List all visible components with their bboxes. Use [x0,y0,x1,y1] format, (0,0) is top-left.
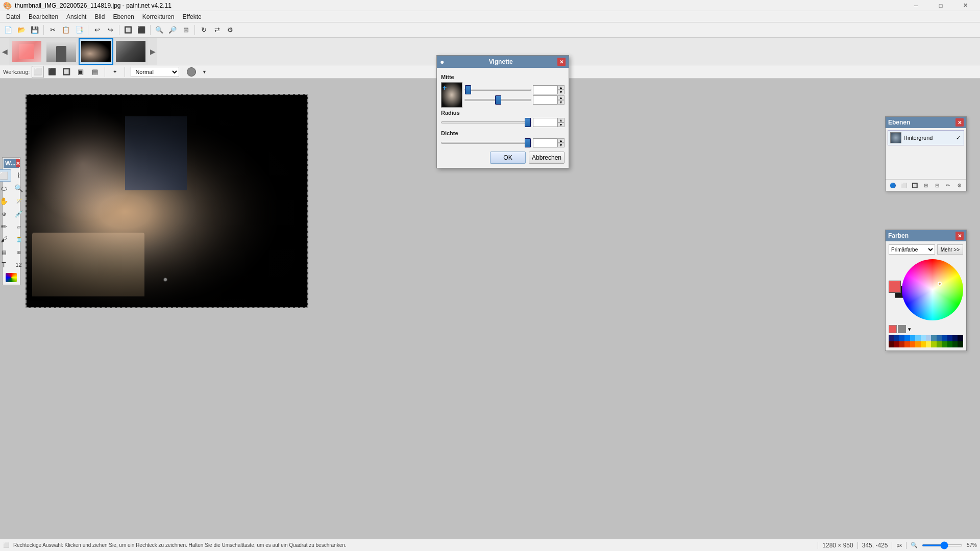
palette-cell[interactable] [894,335,899,341]
vignette-spin-dichte-up[interactable]: ▲ [557,138,565,143]
blend-mode-select[interactable]: Normal Multiplizieren Überblenden [131,67,179,77]
lasso-tool[interactable]: ⌇ [12,169,26,182]
palette-cell[interactable] [889,335,894,341]
vignette-input-radius[interactable]: 0,50 [533,118,557,127]
menu-ansicht[interactable]: Ansicht [62,12,90,21]
thumb-scroll-left[interactable]: ◀ [0,38,9,65]
zoom-slider[interactable] [922,544,963,546]
pan-tool[interactable]: ✋ [0,195,11,207]
thumbnail-4[interactable] [113,38,148,65]
palette-cell[interactable] [947,341,952,347]
layer-visibility-toggle[interactable]: ✓ [954,134,962,141]
layers-close-button[interactable]: ✕ [955,118,964,127]
vignette-spin-dichte-down[interactable]: ▼ [557,143,565,147]
layer-add-button[interactable]: 🔵 [888,181,898,190]
palette-cell[interactable] [926,341,931,347]
palette-cell[interactable] [899,335,904,341]
fill-tool[interactable]: 🫙 [12,233,26,245]
vignette-slider-dichte[interactable] [441,142,531,144]
shapes-tool[interactable]: 12 [12,259,26,271]
menu-ebenen[interactable]: Ebenen [109,12,138,21]
rotate-button[interactable]: ↻ [198,24,210,36]
clone-tool[interactable]: ⊕ [0,208,11,220]
minimize-button[interactable]: ─ [904,0,928,11]
palette-cell[interactable] [958,341,963,347]
text-tool[interactable]: T [0,259,11,271]
vignette-slider-radius[interactable] [441,121,531,123]
palette-cell[interactable] [904,341,910,347]
palette-cell[interactable] [915,341,920,347]
rect-select-tool[interactable]: ⬜ [0,169,11,182]
eraser-tool[interactable]: ▱ [12,220,26,233]
vignette-slider-x[interactable] [464,89,531,91]
color-reset-button[interactable] [889,325,897,333]
vignette-spin-radius-up[interactable]: ▲ [557,118,565,122]
palette-cell[interactable] [952,335,958,341]
cut-button[interactable]: ✂ [46,24,59,36]
palette-cell[interactable] [904,335,910,341]
select-all-button[interactable]: 🔲 [122,24,134,36]
layer-flatten-button[interactable]: ⊟ [932,181,942,190]
vignette-close-button[interactable]: ✕ [557,58,566,66]
menu-effekte[interactable]: Effekte [179,12,206,21]
thumb-scroll-right[interactable]: ▶ [148,38,157,65]
tool-opt-color-arrow[interactable]: ▼ [198,66,210,78]
thumbnail-3[interactable] [79,38,113,65]
paste-button[interactable]: 📑 [73,24,85,36]
zoom-in-button[interactable]: 🔍 [153,24,165,36]
brush-tool[interactable]: 🖌 [0,233,11,245]
palette-cell[interactable] [937,341,942,347]
palette-cell[interactable] [937,335,942,341]
redo-button[interactable]: ↪ [104,24,116,36]
tool-icon-rect[interactable]: ⬜ [32,66,44,78]
menu-korrekturen[interactable]: Korrekturen [138,12,179,21]
color-secondary-btn[interactable] [898,325,906,333]
tool-opt-color[interactable] [187,67,196,77]
vignette-spin-x-up[interactable]: ▲ [557,85,565,90]
palette-cell[interactable] [894,341,899,347]
tool-opt-feather[interactable]: ✦ [109,66,121,78]
layer-item-background[interactable]: Hintergrund ✓ [888,130,964,145]
magic-wand-tool[interactable]: 🪄 [12,195,26,207]
vignette-ok-button[interactable]: OK [490,152,526,164]
colors-more-button[interactable]: Mehr >> [937,244,963,255]
layer-duplicate-button[interactable]: 🔲 [910,181,920,190]
palette-cell[interactable] [889,341,894,347]
pencil-tool[interactable]: ✏ [0,220,11,233]
settings-button[interactable]: ⚙ [224,24,236,36]
zoom-tool[interactable]: 🔍 [12,182,26,194]
maximize-button[interactable]: □ [929,0,952,11]
open-button[interactable]: 📂 [15,24,28,36]
thumbnail-2[interactable] [44,38,79,65]
palette-cell[interactable] [921,335,926,341]
palette-cell[interactable] [931,341,936,347]
toolbox-close[interactable]: ✕ [16,159,20,167]
tool-opt-3[interactable]: ▣ [75,66,87,78]
palette-cell[interactable] [947,335,952,341]
vignette-slider-y[interactable] [464,99,531,101]
menu-bild[interactable]: Bild [90,12,109,21]
flip-button[interactable]: ⇄ [211,24,223,36]
copy-button[interactable]: 📋 [60,24,72,36]
palette-cell[interactable] [915,335,920,341]
zoom-fit-button[interactable]: ⊞ [180,24,192,36]
vignette-input-y[interactable]: 0,00 [533,95,557,105]
tool-opt-2[interactable]: 🔲 [60,66,72,78]
vignette-input-dichte[interactable]: 1,00 [533,138,557,147]
color-picker-tool[interactable]: 💉 [12,208,26,220]
vignette-input-x[interactable]: -0,87 [533,85,557,94]
layer-bg-button[interactable]: ⬜ [899,181,909,190]
undo-button[interactable]: ↩ [91,24,103,36]
main-canvas[interactable] [26,94,308,308]
zoom-out-button[interactable]: 🔎 [166,24,179,36]
gradient-tool[interactable]: ▤ [0,246,11,258]
palette-cell[interactable] [910,341,915,347]
color-swatch-tool[interactable] [4,271,18,284]
menu-bearbeiten[interactable]: Bearbeiten [24,12,62,21]
vignette-cancel-button[interactable]: Abbrechen [529,152,565,164]
vignette-spin-radius-down[interactable]: ▼ [557,122,565,127]
ellipse-tool[interactable]: ⬭ [0,182,11,194]
thumbnail-1[interactable] [9,38,44,65]
layer-merge-button[interactable]: ⊞ [921,181,931,190]
save-button[interactable]: 💾 [29,24,41,36]
